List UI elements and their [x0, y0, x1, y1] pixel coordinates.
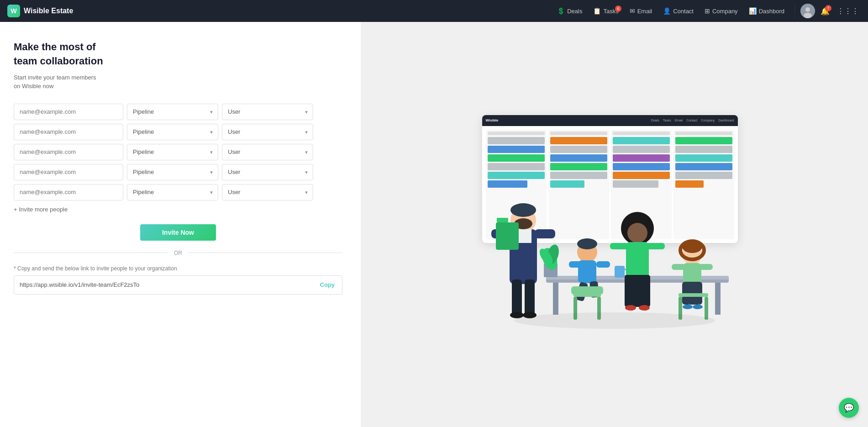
nav-email[interactable]: ✉ Email [625, 5, 657, 17]
user-select-2[interactable]: User [222, 124, 313, 140]
notification-bell[interactable]: 🔔 7 [819, 5, 831, 17]
svg-rect-30 [569, 261, 583, 268]
mini-dash-header: Wisible Deals Tasks Email Contact Compan… [482, 115, 738, 126]
pipeline-select-wrapper-5: Pipeline ▼ [127, 184, 218, 200]
app-name: Wisible Estate [24, 7, 73, 15]
invite-row: Pipeline ▼ User ▼ [14, 124, 342, 140]
nav-deals-label: Deals [567, 8, 582, 15]
pipeline-select-3[interactable]: Pipeline [127, 144, 218, 160]
copy-button[interactable]: Copy [313, 276, 342, 294]
invite-now-button[interactable]: Invite Now [140, 224, 216, 241]
pipeline-select-wrapper-2: Pipeline ▼ [127, 124, 218, 140]
invite-row: Pipeline ▼ User ▼ [14, 184, 342, 200]
svg-point-26 [577, 238, 597, 249]
mini-nav-dashboard: Dashboard [718, 119, 734, 122]
pipeline-select-5[interactable]: Pipeline [127, 184, 218, 200]
divider-right [188, 253, 342, 253]
invite-link-input[interactable] [14, 276, 313, 294]
copy-section: * Copy and send the below link to invite… [14, 265, 342, 295]
team-illustration [482, 170, 747, 334]
illustration: Wisible Deals Tasks Email Contact Compan… [482, 115, 747, 334]
user-select-1[interactable]: User [222, 104, 313, 120]
pipeline-select-4[interactable]: Pipeline [127, 164, 218, 180]
svg-point-38 [627, 223, 647, 243]
svg-rect-41 [610, 243, 628, 249]
invite-form: Pipeline ▼ User ▼ Pipeline [14, 104, 342, 213]
svg-rect-4 [553, 283, 558, 315]
nav-company[interactable]: ⊞ Company [700, 5, 742, 17]
svg-rect-19 [512, 279, 522, 316]
svg-point-1 [805, 7, 810, 12]
pipeline-select-2[interactable]: Pipeline [127, 124, 218, 140]
mini-nav-company: Company [701, 119, 715, 122]
svg-rect-50 [683, 263, 701, 284]
email-input-2[interactable] [14, 124, 123, 140]
email-input-3[interactable] [14, 144, 123, 160]
apps-grid-button[interactable]: ⋮⋮⋮ [835, 5, 861, 17]
email-icon: ✉ [630, 7, 635, 15]
deals-icon: 💲 [557, 7, 565, 15]
svg-rect-7 [615, 266, 625, 278]
right-panel: Wisible Deals Tasks Email Contact Compan… [361, 22, 868, 427]
or-text: OR [174, 250, 182, 256]
copy-label: * Copy and send the below link to invite… [14, 265, 342, 272]
pipeline-select-wrapper-3: Pipeline ▼ [127, 144, 218, 160]
avatar[interactable] [800, 4, 815, 18]
svg-rect-57 [698, 304, 700, 308]
nav-tasks[interactable]: 📋 Tasks 6 [589, 5, 623, 17]
svg-point-45 [639, 305, 650, 311]
user-select-4[interactable]: User [222, 164, 313, 180]
nav-dashboard[interactable]: 📊 Dashbord [744, 5, 789, 17]
svg-rect-35 [571, 286, 603, 295]
app-logo[interactable]: W Wisible Estate [7, 5, 73, 17]
nav-contact-label: Contact [673, 8, 694, 15]
email-input-4[interactable] [14, 164, 123, 180]
mini-nav-contact: Contact [686, 119, 697, 122]
user-select-wrapper-2: User ▼ [222, 124, 313, 140]
svg-rect-55 [688, 304, 689, 308]
svg-point-54 [683, 305, 693, 309]
user-select-3[interactable]: User [222, 144, 313, 160]
company-icon: ⊞ [705, 7, 710, 15]
add-more-link[interactable]: + Invite more people [14, 206, 68, 213]
tasks-icon: 📋 [593, 7, 601, 15]
user-select-wrapper-1: User ▼ [222, 104, 313, 120]
svg-rect-44 [631, 305, 633, 311]
email-input-1[interactable] [14, 104, 123, 120]
svg-rect-40 [625, 275, 650, 307]
pipeline-select-1[interactable]: Pipeline [127, 104, 218, 120]
svg-rect-20 [525, 279, 535, 316]
main-layout: Make the most of team collaboration Star… [0, 0, 868, 427]
navbar-right: 🔔 7 ⋮⋮⋮ [794, 4, 861, 18]
bell-badge: 7 [825, 5, 831, 11]
svg-point-21 [510, 312, 524, 318]
divider-left [14, 253, 168, 253]
user-select-wrapper-5: User ▼ [222, 184, 313, 200]
svg-rect-24 [497, 218, 508, 222]
svg-rect-53 [699, 264, 713, 270]
nav-deals[interactable]: 💲 Deals [552, 5, 587, 17]
user-select-5[interactable]: User [222, 184, 313, 200]
svg-point-2 [804, 13, 812, 18]
svg-rect-17 [535, 229, 555, 238]
chat-support-button[interactable]: 💬 [839, 398, 859, 418]
mini-nav: Deals Tasks Email Contact Company Dashbo… [651, 119, 734, 122]
left-panel: Make the most of team collaboration Star… [0, 22, 361, 427]
email-input-5[interactable] [14, 184, 123, 200]
svg-rect-31 [596, 261, 610, 268]
svg-point-14 [510, 203, 536, 217]
nav-contact[interactable]: 👤 Contact [658, 5, 698, 17]
invite-row: Pipeline ▼ User ▼ [14, 144, 342, 160]
contact-icon: 👤 [663, 7, 671, 15]
svg-point-43 [625, 305, 636, 311]
svg-point-56 [693, 305, 703, 309]
navbar: W Wisible Estate 💲 Deals 📋 Tasks 6 ✉ Ema… [0, 0, 868, 22]
user-select-wrapper-4: User ▼ [222, 164, 313, 180]
svg-rect-52 [672, 264, 685, 270]
copy-input-wrapper: Copy [14, 275, 342, 295]
pipeline-select-wrapper-1: Pipeline ▼ [127, 104, 218, 120]
mini-logo: Wisible [486, 118, 499, 122]
logo-icon: W [7, 5, 20, 17]
page-title: Make the most of team collaboration [14, 40, 342, 69]
pipeline-select-wrapper-4: Pipeline ▼ [127, 164, 218, 180]
